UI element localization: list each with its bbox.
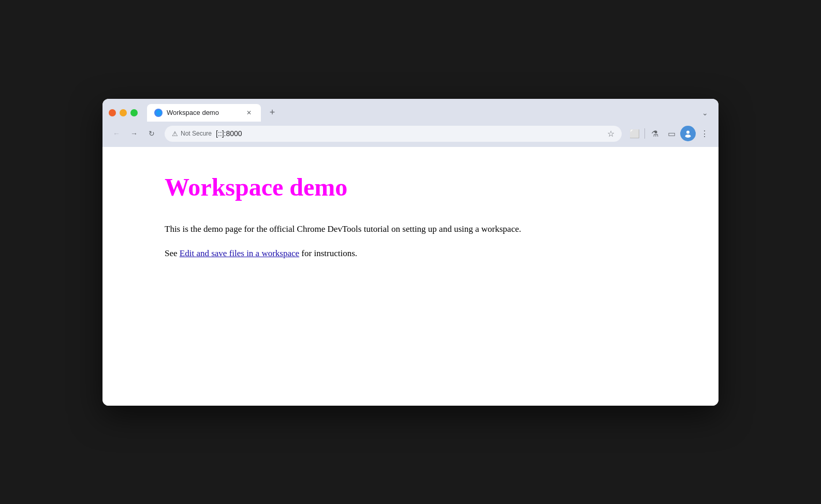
tab-bar-right: ⌄ (698, 106, 712, 120)
browser-window: 🌐 Workspace demo ✕ + ⌄ ← → (102, 99, 719, 406)
toolbar-icons: ⬜ ⚗ ▭ ⋮ (627, 126, 712, 141)
sidebar-button[interactable]: ▭ (664, 126, 679, 141)
link-suffix: for instructions. (299, 248, 357, 258)
tab-close-button[interactable]: ✕ (244, 108, 254, 117)
workspace-link[interactable]: Edit and save files in a workspace (180, 248, 299, 258)
new-tab-button[interactable]: + (265, 106, 280, 120)
maximize-button[interactable] (130, 109, 138, 116)
svg-point-1 (685, 135, 691, 138)
tab-favicon-icon: 🌐 (154, 109, 163, 117)
bookmark-star-icon[interactable]: ☆ (607, 129, 614, 139)
back-button[interactable]: ← (109, 126, 124, 141)
page-body-text: This is the demo page for the official C… (165, 222, 656, 236)
tab-title: Workspace demo (167, 109, 240, 116)
tab-bar: 🌐 Workspace demo ✕ + ⌄ (102, 99, 719, 122)
more-menu-button[interactable]: ⋮ (697, 126, 712, 141)
warning-icon: ⚠ (172, 130, 178, 138)
url-text: [::]:8000 (216, 129, 603, 138)
svg-point-0 (686, 131, 690, 134)
minimize-button[interactable] (120, 109, 127, 116)
page-content: Workspace demo This is the demo page for… (102, 147, 719, 406)
address-bar[interactable]: ⚠ Not Secure [::]:8000 ☆ (165, 126, 622, 142)
close-button[interactable] (109, 109, 116, 116)
security-indicator: ⚠ Not Secure (172, 130, 212, 138)
profile-avatar[interactable] (680, 126, 696, 141)
reload-button[interactable]: ↻ (144, 126, 159, 141)
title-bar: 🌐 Workspace demo ✕ + ⌄ ← → (102, 99, 719, 147)
toolbar-divider (644, 128, 645, 139)
page-link-line: See Edit and save files in a workspace f… (165, 248, 656, 259)
link-prefix: See (165, 248, 180, 258)
tab-dropdown-button[interactable]: ⌄ (698, 106, 712, 120)
traffic-lights (109, 109, 138, 116)
active-tab[interactable]: 🌐 Workspace demo ✕ (147, 104, 261, 122)
security-label: Not Secure (181, 130, 212, 137)
forward-button[interactable]: → (126, 126, 142, 141)
address-bar-row: ← → ↻ ⚠ Not Secure [::]:8000 ☆ ⬜ (102, 122, 719, 147)
lab-button[interactable]: ⚗ (647, 126, 663, 141)
extensions-button[interactable]: ⬜ (627, 126, 642, 141)
page-heading: Workspace demo (165, 173, 656, 201)
